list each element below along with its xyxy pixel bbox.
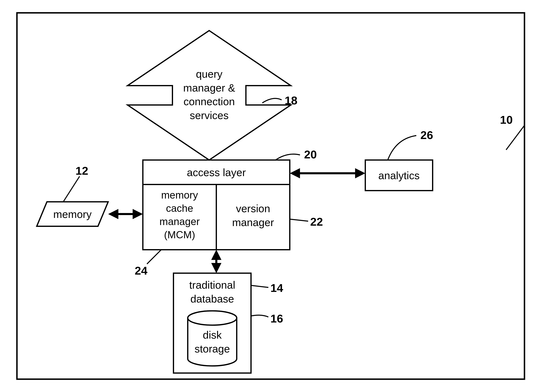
svg-line-18 [63,176,80,202]
svg-marker-16 [211,263,221,273]
analytics-text: analytics [365,169,433,183]
svg-marker-10 [355,168,365,178]
label-10: 10 [500,113,513,126]
svg-marker-13 [133,209,143,219]
label-16: 16 [270,312,283,325]
svg-point-7 [188,311,237,325]
memory-text: memory [43,208,102,221]
version-manager-text: version manager [216,202,290,229]
svg-line-21 [147,250,161,264]
query-manager-text: query manager & connection services [165,67,253,122]
label-14: 14 [270,281,283,295]
access-layer-text: access layer [143,166,290,180]
label-12: 12 [76,164,88,177]
svg-marker-9 [290,168,300,178]
label-22: 22 [310,215,323,228]
label-18: 18 [285,94,297,107]
svg-marker-12 [108,209,118,219]
svg-line-20 [290,219,308,221]
svg-marker-15 [211,250,221,260]
traditional-database-text: traditional database [173,278,251,306]
label-20: 20 [304,148,317,161]
svg-line-19 [251,285,268,287]
label-24: 24 [135,264,147,277]
svg-line-17 [506,125,525,150]
disk-storage-text: disk storage [188,328,237,356]
label-26: 26 [420,128,433,142]
mcm-text: memory cache manager (MCM) [143,188,216,242]
